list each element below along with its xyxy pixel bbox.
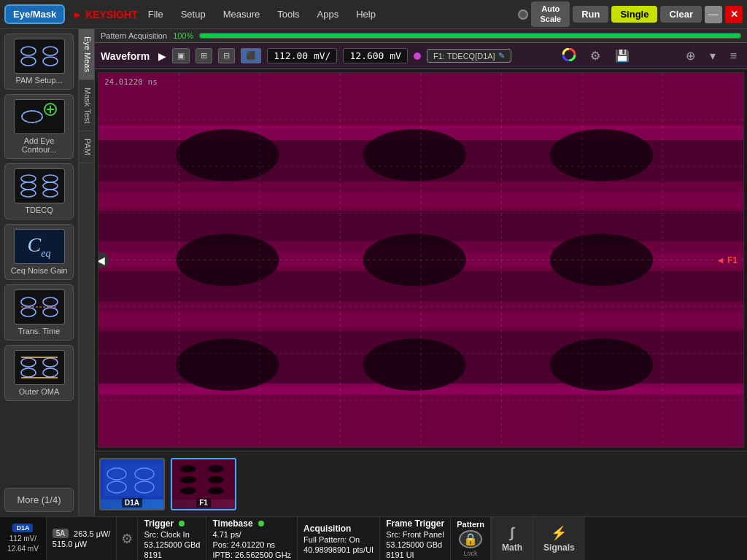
svg-point-82	[208, 476, 224, 483]
vtab-pam[interactable]: PAM	[79, 131, 94, 163]
run-button[interactable]: Run	[573, 6, 608, 23]
settings-gear-icon[interactable]: ⚙	[121, 531, 133, 547]
signals-button[interactable]: ⚡ Signals	[533, 517, 585, 560]
app-logo-button[interactable]: Eye/Mask	[4, 4, 65, 24]
menu-setup[interactable]: Setup	[174, 6, 213, 23]
vendor-logo: ► KEYSIGHT	[72, 9, 137, 20]
view-btn-1[interactable]: ▣	[172, 48, 190, 63]
pattern-section: Pattern 🔒 Lock	[451, 517, 491, 560]
save-button[interactable]: 💾	[611, 47, 634, 64]
acq-progress-bar	[199, 33, 741, 39]
thumbnail-f1[interactable]: F1	[171, 458, 236, 510]
single-button[interactable]: Single	[611, 6, 657, 23]
trans-time-icon	[14, 289, 65, 324]
eye-diagram-svg	[98, 73, 743, 447]
channel-values: 112 mV/ 12.64 mV	[7, 534, 39, 554]
trigger-status-dot	[179, 521, 185, 526]
svg-point-78	[180, 465, 196, 472]
trigger-indicator	[518, 9, 528, 20]
frame-rate: 53.125000 GBd	[386, 540, 444, 549]
vtab-mask-test[interactable]: Mask Test	[79, 80, 94, 131]
scope-display: 24.01220 ns ◀ ◄ F1	[98, 72, 744, 448]
svg-rect-75	[104, 463, 163, 496]
math-label: Math	[502, 542, 522, 553]
pam-setup-icon	[14, 39, 65, 74]
more-button[interactable]: More (1/4)	[4, 488, 74, 512]
math-icon: ∫	[510, 524, 514, 541]
timebase-section: Timebase 4.71 ps/ Pos: 24.01220 ns IPTB:…	[206, 517, 298, 560]
crosshair-button[interactable]: ⊕	[681, 47, 700, 64]
edit-icon: ✎	[498, 51, 505, 61]
sidebar-ceq[interactable]: Ceq Ceq Noise Gain	[4, 224, 74, 280]
svg-rect-0	[18, 42, 61, 71]
channel-badge[interactable]: F1: TDECQ[D1A] ✎	[427, 49, 511, 63]
sidebar-outer-oma[interactable]: Outer OMA	[4, 345, 74, 401]
menu-button[interactable]: ≡	[726, 48, 741, 64]
ceq-icon: Ceq	[14, 229, 65, 264]
color-wheel-button[interactable]	[558, 47, 580, 66]
timebase-ps: 4.71 ps/	[212, 530, 291, 539]
tdecq-icon	[14, 168, 65, 203]
trigger-label: Trigger	[144, 518, 200, 529]
menu-file[interactable]: File	[141, 6, 171, 23]
thumbnail-f1-label: F1	[196, 498, 211, 508]
settings-button[interactable]: ⚙	[586, 47, 605, 64]
main-layout: PAM Setup... Add Eye Contour...	[0, 29, 747, 516]
waveform-label: Waveform	[101, 50, 150, 62]
view-btn-4[interactable]: ⬛	[241, 48, 261, 63]
chevron-down-button[interactable]: ▾	[705, 47, 720, 64]
acq-pts: 40.98998901 pts/UI	[303, 545, 374, 554]
close-button[interactable]: ✕	[725, 6, 743, 23]
f1-marker: ◄ F1	[716, 255, 738, 265]
thumbnail-d1a[interactable]: D1A	[99, 458, 165, 510]
waveform-toolbar: Waveform ▶ ▣ ⊞ ⊟ ⬛ 112.00 mV/ 12.600 mV …	[95, 43, 747, 69]
menu-tools[interactable]: Tools	[270, 6, 306, 23]
acquisition-bar: Pattern Acquisition 100%	[95, 29, 747, 43]
trigger-rate: 53.125000 GBd	[144, 540, 200, 549]
view-btn-3[interactable]: ⊟	[218, 48, 235, 63]
status-bar: D1A 112 mV/ 12.64 mV 5A 263.5 μW/ 515.0 …	[0, 516, 747, 560]
menubar: Eye/Mask ► KEYSIGHT File Setup Measure T…	[0, 0, 747, 29]
lock-label: Lock	[464, 550, 478, 557]
frame-src: Src: Front Panel	[386, 530, 444, 539]
settings-section[interactable]: ⚙	[117, 517, 138, 560]
autoscale-button[interactable]: AutoScale	[531, 1, 570, 26]
math-button[interactable]: ∫ Math	[491, 517, 533, 560]
frame-trigger-section: Frame Trigger Src: Front Panel 53.125000…	[380, 517, 451, 560]
voltage-display-2[interactable]: 12.600 mV	[343, 48, 407, 63]
sa-val2: 515.0 μW	[53, 540, 111, 548]
svg-point-80	[180, 487, 196, 494]
menu-apps[interactable]: Apps	[310, 6, 347, 23]
tdecq-label: TDECQ	[25, 206, 53, 214]
channel-label: F1: TDECQ[D1A]	[433, 52, 495, 61]
timebase-status-dot	[258, 521, 264, 526]
sidebar-add-eye[interactable]: Add Eye Contour...	[4, 94, 74, 159]
add-eye-label: Add Eye Contour...	[8, 136, 70, 154]
pattern-label: Pattern	[457, 520, 484, 529]
view-btn-2[interactable]: ⊞	[196, 48, 212, 63]
outer-oma-icon	[14, 350, 65, 385]
clear-button[interactable]: Clear	[660, 6, 702, 23]
minimize-button[interactable]: —	[705, 6, 722, 23]
signals-label: Signals	[543, 542, 575, 553]
timebase-pos: Pos: 24.01220 ns	[212, 540, 291, 549]
frame-val: 8191 UI	[386, 551, 444, 559]
left-sidebar: PAM Setup... Add Eye Contour...	[0, 29, 79, 516]
trans-time-label: Trans. Time	[18, 327, 61, 335]
voltage-display-1[interactable]: 112.00 mV/	[267, 48, 337, 63]
svg-point-79	[180, 476, 196, 483]
vtab-eye-meas[interactable]: Eye Meas	[79, 29, 94, 80]
sidebar-pam-setup[interactable]: PAM Setup...	[4, 34, 74, 90]
sa-section: 5A 263.5 μW/ 515.0 μW	[47, 517, 117, 560]
trigger-src: Src: Clock In	[144, 530, 200, 539]
timebase-iptb: IPTB: 26.562500 GHz	[212, 551, 291, 559]
trigger-section: Trigger Src: Clock In 53.125000 GBd 8191	[138, 517, 206, 560]
ceq-label: Ceq Noise Gain	[11, 266, 68, 275]
menu-help[interactable]: Help	[349, 6, 383, 23]
menu-measure[interactable]: Measure	[216, 6, 268, 23]
sidebar-trans-time[interactable]: Trans. Time	[4, 284, 74, 341]
play-button[interactable]: ▶	[158, 50, 166, 62]
sidebar-tdecq[interactable]: TDECQ	[4, 163, 74, 219]
acq-full: Full Pattern: On	[303, 535, 374, 544]
svg-point-83	[208, 487, 224, 494]
